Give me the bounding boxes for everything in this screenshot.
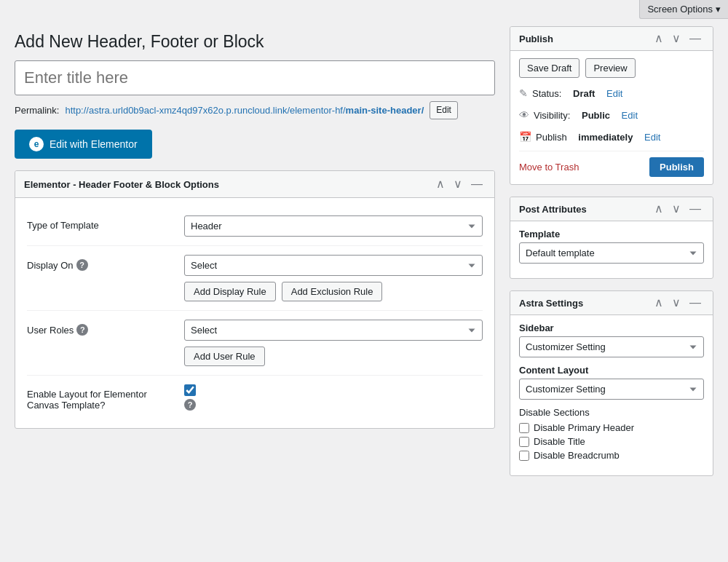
metabox-close-button[interactable]: — [468,178,486,190]
page-wrap: Add New Header, Footer or Block Main Sit… [0,19,728,502]
type-of-template-row: Type of Template Header Footer Block [27,207,483,246]
visibility-row: 👁 Visibility: Public Edit [519,107,704,123]
main-content: Add New Header, Footer or Block Main Sit… [15,26,495,440]
sidebar-setting-select[interactable]: Customizer Setting Default Sidebar No Si… [519,336,704,357]
post-attributes-metabox-header: Post Attributes ∧ ∨ — [510,197,713,221]
screen-options-label: Screen Options [647,4,713,15]
publish-metabox-controls: ∧ ∨ — [652,33,704,44]
disable-title-label: Disable Title [534,436,585,447]
astra-settings-collapse-up-button[interactable]: ∧ [652,297,666,309]
permalink-edit-button[interactable]: Edit [430,101,458,119]
metabox-collapse-up-button[interactable]: ∧ [433,178,448,190]
template-label: Template [519,229,704,240]
publish-footer: Move to Trash Publish [519,157,704,177]
add-exclusion-rule-button[interactable]: Add Exclusion Rule [282,282,383,301]
save-draft-button[interactable]: Save Draft [519,58,579,78]
publish-metabox-body: Save Draft Preview ✎ Status: Draft Edit … [510,51,713,184]
calendar-icon: 📅 [519,131,531,143]
elementor-options-metabox-header: Elementor - Header Footer & Block Option… [15,171,494,198]
disable-title-row: Disable Title [519,436,704,447]
astra-settings-metabox: Astra Settings ∧ ∨ — Sidebar Customizer … [510,290,713,476]
status-label: Status: [532,88,561,99]
publish-time-value: immediately [578,132,633,143]
elementor-options-metabox-body: Type of Template Header Footer Block Dis… [15,198,494,428]
permalink-link[interactable]: http://astra.urld0b9acl-xmz4qd97x62o.p.r… [65,105,424,116]
status-icon: ✎ [519,87,528,99]
publish-close-button[interactable]: — [687,33,704,44]
visibility-value: Public [582,110,610,121]
content-layout-label: Content Layout [519,365,704,376]
post-attributes-close-button[interactable]: — [687,203,704,215]
user-roles-select[interactable]: Select All Logged In Logged Out [184,320,483,341]
astra-settings-metabox-controls: ∧ ∨ — [652,297,704,309]
status-value: Draft [573,88,595,99]
user-roles-btn-row: Add User Rule [184,347,483,366]
content-layout-row: Content Layout Customizer Setting Full W… [519,365,704,400]
disable-title-checkbox[interactable] [519,437,529,447]
add-user-rule-button[interactable]: Add User Rule [184,347,265,366]
disable-breadcrumb-label: Disable Breadcrumb [534,450,620,461]
astra-settings-metabox-header: Astra Settings ∧ ∨ — [510,291,713,315]
user-roles-help-icon[interactable]: ? [76,324,88,336]
disable-primary-header-label: Disable Primary Header [534,422,634,433]
enable-layout-label: Enable Layout for Elementor Canvas Templ… [27,384,173,411]
post-attributes-metabox-title: Post Attributes [519,204,652,215]
display-on-help-icon[interactable]: ? [76,259,88,271]
astra-settings-metabox-body: Sidebar Customizer Setting Default Sideb… [510,315,713,475]
type-of-template-select[interactable]: Header Footer Block [184,215,483,237]
enable-layout-help-icon[interactable]: ? [184,399,196,411]
enable-layout-row: Enable Layout for Elementor Canvas Templ… [27,376,483,419]
publish-actions: Save Draft Preview [519,58,704,78]
disable-breadcrumb-checkbox[interactable] [519,451,529,461]
post-attributes-collapse-down-button[interactable]: ∨ [669,203,684,215]
metabox-collapse-down-button[interactable]: ∨ [451,178,465,190]
display-on-control: Select Entire Website All Singular All A… [184,255,483,301]
metabox-controls: ∧ ∨ — [433,178,486,190]
publish-button[interactable]: Publish [649,157,704,177]
status-row: ✎ Status: Draft Edit [519,85,704,101]
display-on-row: Display On ? Select Entire Website All S… [27,246,483,311]
post-attributes-metabox-controls: ∧ ∨ — [652,203,704,215]
template-row: Template Default template Elementor Canv… [519,229,704,264]
page-title: Add New Header, Footer or Block [15,32,495,52]
publish-separator [519,151,704,151]
template-select[interactable]: Default template Elementor Canvas Elemen… [519,242,704,264]
enable-layout-checkbox[interactable] [184,384,196,396]
add-display-rule-button[interactable]: Add Display Rule [184,282,276,301]
edit-with-elementor-button[interactable]: e Edit with Elementor [15,130,152,159]
screen-options-button[interactable]: Screen Options ▾ [639,0,728,19]
display-on-label: Display On ? [27,255,173,271]
publish-metabox-header: Publish ∧ ∨ — [510,27,713,51]
sidebar-setting-label: Sidebar [519,322,704,333]
user-roles-label: User Roles ? [27,320,173,336]
sidebar: Publish ∧ ∨ — Save Draft Preview ✎ Statu… [510,26,713,488]
visibility-edit-link[interactable]: Edit [622,110,638,121]
permalink-row: Permalink: http://astra.urld0b9acl-xmz4q… [15,101,495,119]
enable-layout-checkbox-row [184,384,483,396]
disable-primary-header-checkbox[interactable] [519,423,529,433]
publish-time-edit-link[interactable]: Edit [644,132,660,143]
permalink-url-slug: main-site-header/ [346,105,424,116]
publish-collapse-down-button[interactable]: ∨ [669,33,684,44]
publish-metabox: Publish ∧ ∨ — Save Draft Preview ✎ Statu… [510,26,713,185]
visibility-label: Visibility: [534,110,570,121]
astra-settings-collapse-down-button[interactable]: ∨ [669,297,684,309]
publish-time-row: 📅 Publish immediately Edit [519,129,704,145]
preview-button[interactable]: Preview [585,58,635,78]
display-on-select[interactable]: Select Entire Website All Singular All A… [184,255,483,276]
post-title-input[interactable]: Main Site Header [15,60,495,95]
publish-collapse-up-button[interactable]: ∧ [652,33,666,44]
elementor-icon: e [29,137,44,151]
post-attributes-collapse-up-button[interactable]: ∧ [652,203,666,215]
publish-metabox-title: Publish [519,33,652,44]
move-to-trash-link[interactable]: Move to Trash [519,162,579,173]
elementor-options-metabox: Elementor - Header Footer & Block Option… [15,170,495,429]
permalink-url-prefix: http://astra.urld0b9acl-xmz4qd97x62o.p.r… [65,105,345,116]
content-layout-select[interactable]: Customizer Setting Full Width Boxed [519,379,704,400]
user-roles-row: User Roles ? Select All Logged In Logged… [27,311,483,376]
astra-settings-metabox-title: Astra Settings [519,298,652,309]
astra-settings-close-button[interactable]: — [687,297,704,309]
disable-primary-header-row: Disable Primary Header [519,422,704,433]
type-of-template-control: Header Footer Block [184,215,483,237]
status-edit-link[interactable]: Edit [606,88,622,99]
